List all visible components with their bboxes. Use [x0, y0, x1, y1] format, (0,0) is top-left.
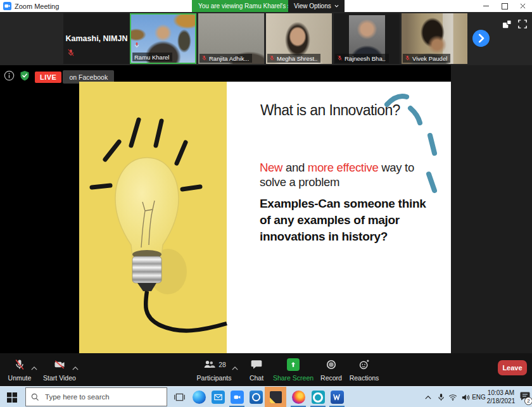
tray-wifi-icon[interactable] [447, 387, 459, 407]
task-view-icon [174, 392, 185, 402]
participant-name: Ramu Kharel [134, 54, 169, 61]
edge-browser-icon[interactable] [190, 387, 208, 407]
slide-question: Examples-Can someone think of any exampl… [260, 196, 429, 246]
outlook-app-icon[interactable] [247, 387, 265, 407]
maximize-icon [502, 3, 508, 9]
word-app-icon[interactable] [328, 387, 346, 407]
tray-clock[interactable]: 10:03 AM 2/18/2021 [485, 387, 517, 407]
start-button[interactable] [0, 387, 24, 407]
mic-muted-icon [13, 358, 26, 371]
zoom-app-icon [3, 2, 11, 10]
zoom-app-taskbar-icon[interactable] [228, 387, 246, 407]
shared-screen-right-margin [451, 65, 532, 353]
participant-tile[interactable]: Kamashi, NIMJN [63, 13, 130, 64]
title-bar: Zoom Meeting You are viewing Ramu Kharel… [0, 0, 532, 12]
video-off-icon [53, 358, 66, 371]
reactions-button[interactable]: Reactions [346, 358, 382, 382]
participant-tile[interactable]: Megha Shrest.. [266, 13, 332, 64]
mic-muted-icon [67, 47, 75, 59]
lightbulb-screw-base [132, 256, 162, 283]
participant-tile[interactable]: Ranjita Adhik... [198, 13, 264, 64]
mic-muted-icon [405, 55, 410, 62]
search-icon [31, 393, 39, 401]
view-options-button[interactable]: View Options [288, 0, 345, 12]
mic-muted-icon [134, 39, 140, 51]
tray-date: 2/18/2021 [487, 398, 516, 406]
reactions-icon [358, 358, 370, 371]
encryption-shield-icon[interactable] [20, 70, 30, 84]
participant-tile[interactable]: Vivek Paudel [402, 13, 467, 64]
slide-title: What is an Innovation? [260, 102, 444, 119]
view-layout-icon[interactable] [502, 20, 512, 29]
taskbar-search[interactable] [25, 387, 167, 406]
mic-muted-icon [201, 55, 207, 62]
windows-taskbar: ENG 10:03 AM 2/18/2021 2 [0, 386, 532, 407]
fullscreen-icon[interactable] [518, 20, 527, 28]
participant-tile-active-speaker[interactable]: Ramu Kharel [130, 13, 196, 64]
chat-icon [250, 358, 263, 371]
task-view-button[interactable] [170, 387, 189, 407]
leave-button[interactable]: Leave [498, 360, 527, 375]
participant-name: Ranjita Adhik... [209, 55, 249, 62]
minimize-button[interactable] [477, 0, 495, 12]
share-screen-icon [287, 358, 300, 371]
mic-options-caret[interactable] [31, 361, 37, 373]
live-badge: LIVE [35, 72, 61, 83]
participants-options-caret[interactable] [232, 361, 238, 373]
video-strip: Kamashi, NIMJN Ramu Kharel Ranjita Adhik… [0, 12, 532, 65]
firefox-browser-icon[interactable] [289, 387, 308, 407]
shared-screen-area: LIVE on Facebook [0, 65, 532, 353]
tray-language-label[interactable]: ENG [471, 387, 486, 407]
participant-tile[interactable]: Rajneesh Bha.. [334, 13, 400, 64]
active-app-highlighted-icon[interactable] [265, 387, 286, 407]
presentation-slide: What is an Innovation? New and more effe… [79, 82, 451, 353]
minimize-icon [483, 6, 489, 6]
windows-logo-icon [7, 392, 17, 403]
tray-speaker-icon[interactable] [460, 387, 471, 407]
teal-app-icon[interactable] [309, 387, 327, 407]
meeting-toolbar: Unmute Start Video 28 Participants [0, 353, 532, 386]
close-button[interactable] [514, 0, 532, 12]
zoom-meeting-window: Zoom Meeting You are viewing Ramu Kharel… [0, 0, 532, 407]
participants-icon [202, 358, 216, 371]
chevron-down-icon [334, 4, 339, 8]
participant-name: Rajneesh Bha.. [345, 55, 386, 62]
mic-muted-icon [337, 55, 343, 62]
record-icon [325, 358, 338, 371]
maximize-button[interactable] [495, 0, 514, 12]
chat-button[interactable]: Chat [241, 358, 272, 382]
participant-name: Megha Shrest.. [277, 55, 317, 62]
next-participants-button[interactable] [472, 30, 490, 47]
mic-muted-icon [269, 55, 275, 62]
search-input[interactable] [44, 392, 154, 401]
tray-microphone-icon[interactable] [436, 387, 446, 407]
share-screen-button[interactable]: Share Screen [270, 358, 316, 382]
video-options-caret[interactable] [72, 361, 79, 373]
mail-app-icon[interactable] [209, 387, 227, 407]
window-title: Zoom Meeting [15, 3, 59, 10]
record-button[interactable]: Record [316, 358, 346, 382]
info-icon[interactable] [4, 70, 15, 84]
notification-center-icon[interactable]: 2 [518, 387, 532, 407]
slide-definition: New and more effective way to solve a pr… [260, 160, 432, 189]
tray-time: 10:03 AM [488, 389, 514, 398]
participant-name: Vivek Paudel [412, 55, 447, 62]
participants-count: 28 [218, 361, 226, 368]
notification-count-badge: 2 [524, 397, 532, 405]
tray-hidden-icons-chevron[interactable] [423, 387, 433, 407]
close-icon [520, 3, 526, 9]
